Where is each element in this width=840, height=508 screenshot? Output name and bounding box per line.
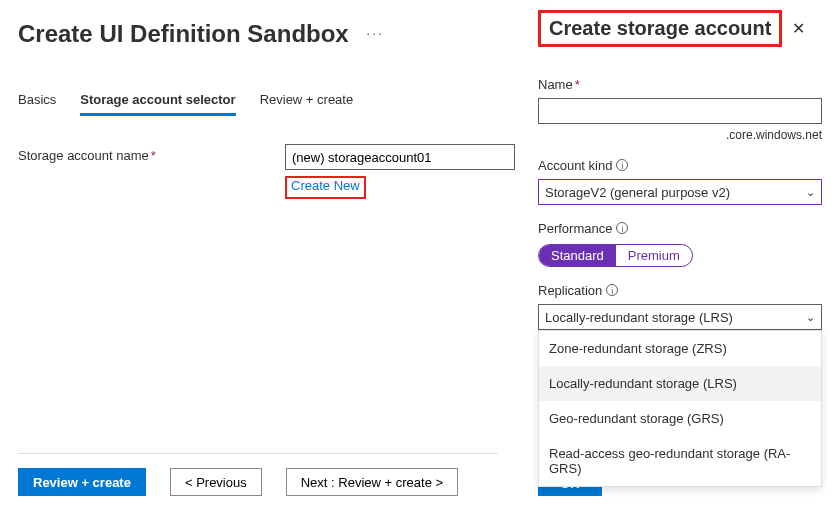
- storage-account-name-label: Storage account name*: [18, 144, 285, 163]
- replication-option-grs[interactable]: Geo-redundant storage (GRS): [539, 401, 821, 436]
- next-button[interactable]: Next : Review + create >: [286, 468, 458, 496]
- info-icon[interactable]: i: [616, 159, 628, 171]
- name-input[interactable]: [538, 98, 822, 124]
- chevron-down-icon: ⌄: [806, 186, 815, 199]
- panel-title-highlight: Create storage account: [538, 10, 782, 47]
- info-icon[interactable]: i: [616, 222, 628, 234]
- panel-title: Create storage account: [549, 17, 771, 39]
- storage-account-name-input[interactable]: [285, 144, 515, 170]
- replication-select[interactable]: Locally-redundant storage (LRS) ⌄: [538, 304, 822, 330]
- account-kind-select[interactable]: StorageV2 (general purpose v2) ⌄: [538, 179, 822, 205]
- required-indicator: *: [575, 77, 580, 92]
- chevron-down-icon: ⌄: [806, 311, 815, 324]
- replication-label: Replicationi: [538, 283, 822, 298]
- replication-options: Zone-redundant storage (ZRS) Locally-red…: [538, 330, 822, 487]
- info-icon[interactable]: i: [606, 284, 618, 296]
- close-icon[interactable]: ✕: [792, 19, 805, 38]
- required-indicator: *: [151, 148, 156, 163]
- replication-option-ragrs[interactable]: Read-access geo-redundant storage (RA-GR…: [539, 436, 821, 486]
- performance-text: Performance: [538, 221, 612, 236]
- name-suffix: .core.windows.net: [538, 128, 822, 142]
- name-label-text: Name: [538, 77, 573, 92]
- create-new-link[interactable]: Create New: [285, 176, 366, 199]
- tab-basics[interactable]: Basics: [18, 92, 56, 116]
- page-title: Create UI Definition Sandbox: [18, 20, 349, 48]
- account-kind-label: Account kindi: [538, 158, 822, 173]
- performance-standard[interactable]: Standard: [539, 245, 616, 266]
- performance-label: Performancei: [538, 221, 822, 236]
- replication-text: Replication: [538, 283, 602, 298]
- performance-premium[interactable]: Premium: [616, 245, 692, 266]
- replication-option-lrs[interactable]: Locally-redundant storage (LRS): [539, 366, 821, 401]
- replication-value: Locally-redundant storage (LRS): [545, 310, 733, 325]
- name-label: Name*: [538, 77, 822, 92]
- replication-option-zrs[interactable]: Zone-redundant storage (ZRS): [539, 331, 821, 366]
- create-storage-panel: Create storage account ✕ Name* .core.win…: [520, 0, 840, 508]
- account-kind-text: Account kind: [538, 158, 612, 173]
- tabs: Basics Storage account selector Review +…: [18, 92, 515, 116]
- footer-bar: Review + create < Previous Next : Review…: [18, 453, 498, 496]
- previous-button[interactable]: < Previous: [170, 468, 262, 496]
- tab-review[interactable]: Review + create: [260, 92, 354, 116]
- label-text: Storage account name: [18, 148, 149, 163]
- tab-storage-selector[interactable]: Storage account selector: [80, 92, 235, 116]
- review-create-button[interactable]: Review + create: [18, 468, 146, 496]
- more-icon[interactable]: ···: [366, 25, 384, 41]
- account-kind-value: StorageV2 (general purpose v2): [545, 185, 730, 200]
- performance-toggle: Standard Premium: [538, 244, 693, 267]
